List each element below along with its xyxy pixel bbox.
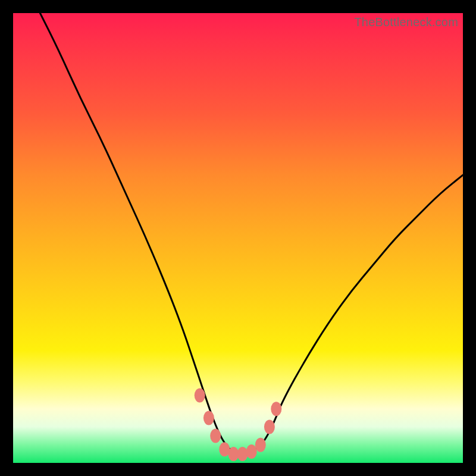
highlight-dot (271, 402, 281, 416)
highlight-dot (237, 447, 248, 461)
curve-layer (13, 13, 463, 463)
highlight-dot (195, 389, 205, 403)
highlight-dot (210, 429, 221, 443)
highlight-dot (255, 438, 266, 452)
watermark-text: TheBottleneck.com (354, 15, 458, 29)
plot-area: TheBottleneck.com (13, 13, 463, 463)
highlight-dot (203, 411, 214, 425)
chart-frame: TheBottleneck.com (0, 0, 476, 476)
highlight-dots (195, 389, 282, 461)
highlight-dot (246, 444, 257, 459)
bottleneck-curve (40, 13, 463, 454)
highlight-dot (264, 420, 275, 434)
